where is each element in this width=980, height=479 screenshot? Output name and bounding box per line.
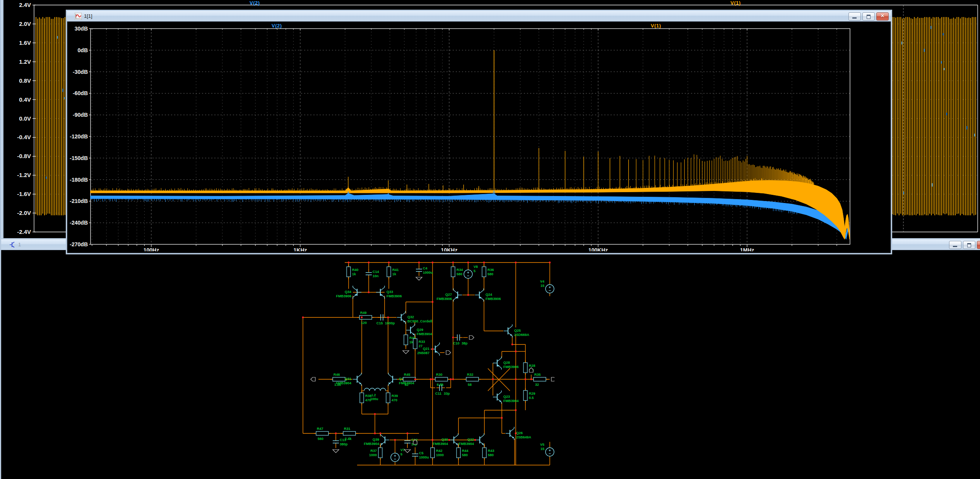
fft-window: 1[1] ✕ V(2) V(1) 30dB0dB-30dB-60dB-90dB-… [66,10,892,254]
svg-text:15: 15 [540,284,544,288]
svg-text:5: 5 [474,269,475,273]
fft-titlebar[interactable]: 1[1] ✕ [67,11,891,22]
restore-button[interactable] [862,12,875,20]
fft-plot-area[interactable]: V(2) V(1) 30dB0dB-30dB-60dB-90dB-120dB-1… [67,21,891,253]
svg-text:2.0V: 2.0V [19,20,31,27]
svg-text:1.6V: 1.6V [19,39,31,46]
svg-text:15: 15 [540,447,544,451]
svg-text:-0.4V: -0.4V [17,134,31,140]
svg-text:27: 27 [419,344,422,348]
svg-text:R39: R39 [392,394,398,398]
svg-text:-240dB: -240dB [70,220,88,226]
svg-text:1KHz: 1KHz [293,247,307,251]
svg-text:-1.6V: -1.6V [17,191,31,197]
schematic-icon [9,241,16,248]
svg-text:C13: C13 [340,438,346,442]
fft-plot-icon [75,13,82,20]
schematic-window-title: 1 [18,242,21,247]
svg-text:C5: C5 [419,451,424,455]
schematic-canvas-area[interactable]: R401kC1410nR411kC41000uR34580V85R36580V4… [1,250,980,479]
svg-text:380p: 380p [340,442,348,446]
svg-text:580: 580 [487,272,493,276]
svg-text:R45: R45 [404,373,410,377]
svg-text:Q26: Q26 [516,431,523,435]
svg-text:-210dB: -210dB [70,198,88,204]
svg-text:R47: R47 [317,427,323,431]
svg-text:V5: V5 [540,443,544,447]
svg-text:R30: R30 [436,373,443,377]
svg-text:33p: 33p [444,392,450,395]
svg-text:BC550_Cordell: BC550_Cordell [407,319,432,323]
svg-text:Q32: Q32 [407,315,414,319]
svg-text:R46: R46 [334,373,340,377]
svg-text:2SD669A: 2SD669A [514,333,530,337]
svg-text:6.8k: 6.8k [437,383,444,387]
svg-text:1000u: 1000u [423,271,433,274]
fft-plot[interactable]: 30dB0dB-30dB-60dB-90dB-120dB-150dB-180dB… [67,22,889,251]
svg-text:V8: V8 [474,265,478,269]
svg-text:2N5087: 2N5087 [417,351,429,355]
svg-text:0.8V: 0.8V [19,77,31,84]
minimize-button[interactable] [848,12,861,20]
svg-text:L2: L2 [372,393,376,397]
schematic-canvas[interactable]: R401kC1410nR411kC41000uR34580V85R36580V4… [299,252,554,479]
svg-text:R49: R49 [360,311,367,315]
svg-text:Q33: Q33 [387,290,393,294]
svg-text:-150dB: -150dB [70,155,88,161]
close-button[interactable]: ✕ [876,12,889,20]
svg-text:1000p: 1000p [385,321,395,325]
svg-text:FMB3904: FMB3904 [503,399,519,403]
svg-text:100Hz: 100Hz [144,247,159,251]
close-button[interactable]: ✕ [977,241,980,249]
svg-text:R41: R41 [392,268,399,272]
svg-text:5: 5 [400,452,402,456]
svg-text:Q30: Q30 [441,438,448,441]
svg-text:R37: R37 [370,449,377,453]
svg-text:2SB649A: 2SB649A [516,435,532,439]
svg-text:58: 58 [468,383,472,387]
svg-text:FMB3906: FMB3906 [503,365,519,369]
svg-text:0.5: 0.5 [529,396,534,400]
svg-text:Q27: Q27 [445,293,452,297]
svg-text:Q25: Q25 [514,329,521,332]
svg-text:32: 32 [535,383,539,387]
svg-text:-1.2V: -1.2V [17,172,31,178]
svg-text:C10: C10 [453,341,460,345]
svg-text:R28: R28 [529,364,535,368]
svg-text:R40: R40 [352,268,359,272]
svg-text:Q21: Q21 [423,347,429,351]
svg-text:1000: 1000 [369,453,377,457]
svg-text:Q39: Q39 [373,438,379,441]
svg-text:82: 82 [405,383,409,387]
svg-text:120: 120 [361,321,367,325]
svg-text:-180dB: -180dB [70,177,88,183]
svg-text:-90dB: -90dB [73,112,88,118]
svg-text:-120dB: -120dB [70,133,88,140]
svg-text:0.4V: 0.4V [19,96,31,103]
minimize-button[interactable] [949,241,961,249]
svg-text:C14: C14 [373,270,379,274]
svg-text:-2.0V: -2.0V [17,210,31,216]
svg-text:470: 470 [365,398,371,402]
bg-trace-label-v1[interactable]: V(1) [730,0,741,6]
restore-button[interactable] [963,241,975,249]
svg-text:470: 470 [392,398,397,402]
svg-text:30dB: 30dB [75,26,88,32]
svg-text:FMB3906: FMB3906 [436,297,452,301]
svg-text:-60dB: -60dB [73,90,88,96]
svg-text:R31: R31 [344,427,351,431]
svg-text:580: 580 [462,453,468,457]
bg-trace-label-v2[interactable]: V(2) [250,0,260,6]
svg-text:FMB3904: FMB3904 [458,442,474,446]
svg-text:2.4V: 2.4V [19,2,31,8]
svg-text:R44: R44 [462,449,469,453]
svg-text:C11: C11 [435,392,441,395]
svg-text:R38: R38 [365,394,372,398]
svg-text:10KHz: 10KHz [441,247,458,251]
svg-text:R36: R36 [487,268,494,272]
svg-text:Q23: Q23 [503,395,510,399]
svg-text:Q34: Q34 [345,290,351,294]
svg-text:R43: R43 [488,449,494,453]
main-window-left-frame [0,0,3,252]
svg-text:580: 580 [457,272,462,276]
